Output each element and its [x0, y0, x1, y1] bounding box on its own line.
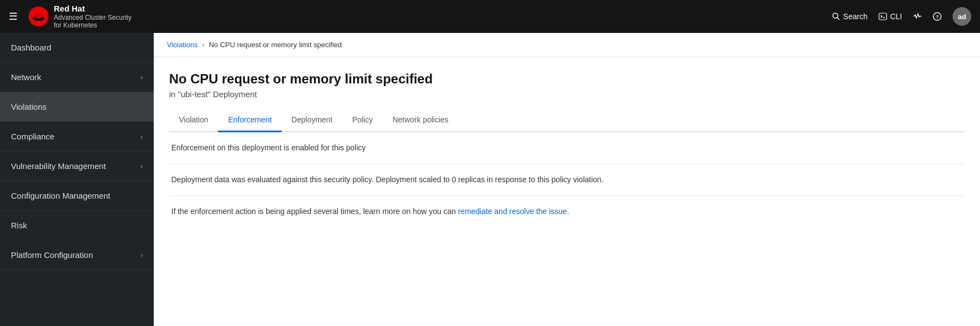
sidebar-item-dashboard[interactable]: Dashboard: [0, 33, 154, 63]
svg-text:?: ?: [936, 14, 939, 20]
breadcrumb-separator: ›: [202, 41, 204, 49]
svg-line-5: [837, 18, 839, 20]
activity-button[interactable]: [913, 12, 922, 21]
sidebar-item-label: Network: [11, 72, 41, 82]
brand-name: Red Hat: [54, 4, 131, 14]
breadcrumb: Violations › No CPU request or memory li…: [154, 33, 980, 57]
breadcrumb-current: No CPU request or memory limit specified: [209, 41, 341, 49]
brand-logo: Red Hat Advanced Cluster Securityfor Kub…: [29, 4, 131, 30]
main-content: Violations › No CPU request or memory li…: [154, 33, 980, 326]
app-title: Advanced Cluster Securityfor Kubernetes: [54, 14, 131, 30]
cli-icon: [878, 12, 887, 21]
svg-point-4: [833, 13, 838, 18]
enforcement-content: Enforcement on this deployment is enable…: [169, 132, 965, 227]
enforcement-text-1: Enforcement on this deployment is enable…: [171, 143, 366, 152]
sidebar-item-label: Platform Configuration: [11, 250, 93, 260]
sidebar-item-label: Vulnerability Management: [11, 161, 106, 171]
hamburger-menu[interactable]: ☰: [9, 10, 18, 23]
tab-network-policies[interactable]: Network policies: [383, 110, 458, 132]
sidebar-item-compliance[interactable]: Compliance ›: [0, 122, 154, 151]
chevron-right-icon: ›: [141, 74, 143, 81]
search-button[interactable]: Search: [832, 12, 867, 21]
search-icon: [832, 12, 841, 21]
help-button[interactable]: ?: [933, 12, 942, 21]
chevron-right-icon: ›: [141, 251, 143, 259]
tab-deployment[interactable]: Deployment: [282, 110, 343, 132]
enforcement-text-3-before: If the enforcement action is being appli…: [171, 207, 458, 216]
chevron-right-icon: ›: [141, 133, 143, 140]
enforcement-row-1: Enforcement on this deployment is enable…: [169, 132, 965, 164]
sidebar-item-violations[interactable]: Violations: [0, 92, 154, 122]
svg-point-3: [35, 13, 42, 18]
sidebar-item-vulnerability-management[interactable]: Vulnerability Management ›: [0, 151, 154, 181]
app-title-block: Red Hat Advanced Cluster Securityfor Kub…: [54, 4, 131, 30]
sidebar-item-label: Dashboard: [11, 43, 51, 52]
sidebar-item-label: Compliance: [11, 132, 54, 141]
search-label: Search: [843, 12, 867, 21]
sidebar-item-label: Violations: [11, 102, 47, 111]
sidebar-item-platform-configuration[interactable]: Platform Configuration ›: [0, 240, 154, 270]
sidebar-item-network[interactable]: Network ›: [0, 63, 154, 92]
remediate-link[interactable]: remediate and resolve the issue.: [458, 207, 569, 216]
tab-policy[interactable]: Policy: [343, 110, 383, 132]
cli-label: CLI: [890, 12, 902, 21]
sidebar-item-label: Configuration Management: [11, 191, 110, 200]
cli-button[interactable]: CLI: [878, 12, 902, 21]
enforcement-text-2: Deployment data was evaluated against th…: [171, 175, 603, 184]
sidebar-item-configuration-management[interactable]: Configuration Management: [0, 181, 154, 211]
breadcrumb-violations-link[interactable]: Violations: [167, 41, 198, 49]
redhat-logo-icon: [29, 7, 48, 26]
app-layout: Dashboard Network › Violations Complianc…: [0, 33, 980, 326]
detail-title: No CPU request or memory limit specified: [169, 70, 965, 87]
tab-enforcement[interactable]: Enforcement: [218, 110, 281, 132]
help-icon: ?: [933, 12, 942, 21]
sidebar-item-label: Risk: [11, 221, 27, 230]
topnav-actions: Search CLI ? ad: [832, 7, 971, 26]
user-avatar[interactable]: ad: [953, 7, 971, 26]
detail-subtitle: in "ubi-test" Deployment: [169, 89, 965, 99]
activity-icon: [913, 12, 922, 21]
detail-tabs: Violation Enforcement Deployment Policy …: [169, 110, 965, 132]
sidebar: Dashboard Network › Violations Complianc…: [0, 33, 154, 326]
sidebar-item-risk[interactable]: Risk: [0, 211, 154, 240]
enforcement-row-2: Deployment data was evaluated against th…: [169, 164, 965, 196]
topnav: ☰ Red Hat Advanced Cluster Securityfor K…: [0, 0, 980, 33]
enforcement-row-3: If the enforcement action is being appli…: [169, 196, 965, 227]
detail-panel: No CPU request or memory limit specified…: [154, 57, 980, 326]
tab-violation[interactable]: Violation: [169, 110, 218, 132]
chevron-right-icon: ›: [141, 162, 143, 170]
